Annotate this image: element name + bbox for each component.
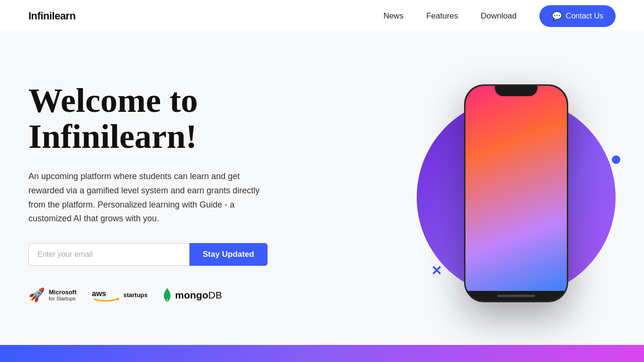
phone-home-bar [497, 295, 535, 297]
logo: Infinilearn [28, 10, 76, 22]
nav-links: News Features Download 💬 Contact Us [384, 5, 616, 27]
mongodb-leaf-icon [163, 288, 171, 302]
nav-item-download[interactable]: Download [481, 11, 517, 21]
hero-description: An upcoming platform where students can … [28, 170, 265, 226]
mongodb-label: mongoDB [175, 290, 222, 301]
partner-aws: aws startups [92, 287, 148, 304]
email-form: Stay Updated [28, 243, 268, 266]
partner-mongodb: mongoDB [163, 288, 222, 302]
svg-marker-1 [117, 297, 119, 301]
phone-mockup [464, 84, 568, 302]
email-input[interactable] [28, 243, 189, 266]
aws-logo-svg: aws [92, 287, 119, 304]
partner-microsoft: 🚀 Microsoft for Startups [28, 287, 77, 303]
hero-section: Welcome to Infinilearn! An upcoming plat… [0, 32, 644, 345]
phone-notch [495, 86, 537, 96]
chat-icon: 💬 [552, 11, 562, 21]
phone-illustration: ✕ [417, 61, 616, 326]
x-decoration: ✕ [431, 263, 442, 279]
nav-item-features[interactable]: Features [426, 11, 458, 21]
partners-row: 🚀 Microsoft for Startups aws startups [28, 287, 268, 304]
hero-title: Welcome to Infinilearn! [28, 83, 268, 154]
rocket-icon: 🚀 [28, 287, 45, 303]
svg-text:aws: aws [92, 290, 106, 298]
aws-startups-label: startups [124, 291, 148, 299]
blue-dot-decoration [612, 155, 620, 164]
svg-rect-2 [167, 299, 168, 302]
nav-item-news[interactable]: News [384, 11, 404, 21]
phone-screen [465, 86, 567, 291]
navbar: Infinilearn News Features Download 💬 Con… [0, 0, 644, 32]
stay-updated-button[interactable]: Stay Updated [189, 243, 268, 266]
footer-gradient-bar [0, 345, 644, 362]
contact-us-button[interactable]: 💬 Contact Us [539, 5, 616, 27]
hero-content: Welcome to Infinilearn! An upcoming plat… [28, 83, 268, 304]
